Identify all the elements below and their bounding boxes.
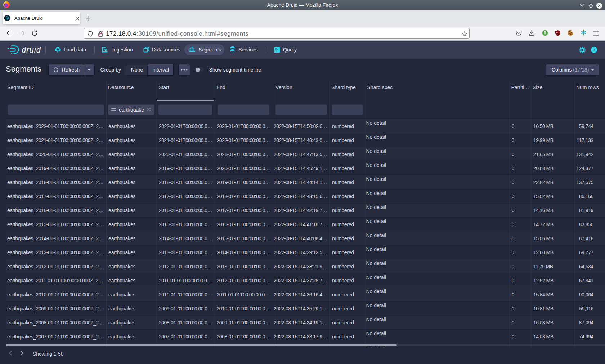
svg-text:?: ? (593, 48, 595, 52)
svg-text:uO: uO (556, 32, 560, 34)
